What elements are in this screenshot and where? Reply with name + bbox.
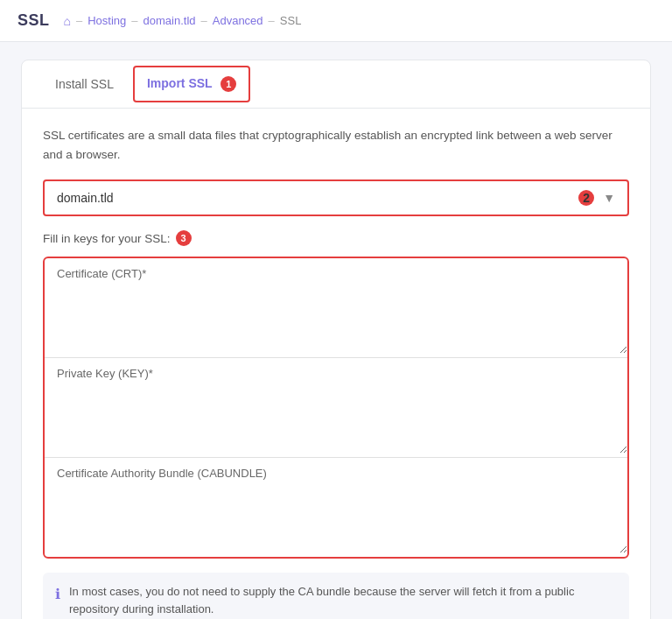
domain-dropdown[interactable]: domain.tld 2 ▼ — [43, 179, 629, 216]
breadcrumb-sep-1: – — [76, 14, 82, 27]
domain-badge: 2 — [578, 190, 594, 206]
certificate-field: Certificate (CRT)* — [45, 258, 627, 358]
fill-keys-label: Fill in keys for your SSL: 3 — [43, 230, 629, 246]
certificate-textarea[interactable] — [45, 284, 627, 354]
tab-bar: Install SSL Import SSL 1 — [22, 60, 650, 109]
tab-import-ssl[interactable]: Import SSL 1 — [133, 66, 250, 102]
ssl-keys-container: Certificate (CRT)* Private Key (KEY)* Ce… — [43, 257, 629, 559]
breadcrumb-sep-3: – — [201, 14, 207, 27]
breadcrumb-ssl: SSL — [280, 14, 302, 27]
certificate-label: Certificate (CRT)* — [45, 258, 627, 284]
info-icon: ℹ — [55, 584, 60, 605]
import-ssl-badge: 1 — [220, 76, 236, 92]
breadcrumb-advanced[interactable]: Advanced — [213, 14, 263, 27]
page-title: SSL — [18, 11, 50, 30]
private-key-field: Private Key (KEY)* — [45, 358, 627, 458]
main-content: Install SSL Import SSL 1 SSL certificate… — [0, 42, 672, 619]
fill-badge: 3 — [176, 230, 192, 246]
private-key-label: Private Key (KEY)* — [45, 358, 627, 383]
ssl-description: SSL certificates are a small data files … — [43, 126, 629, 164]
card-body: SSL certificates are a small data files … — [22, 109, 650, 619]
private-key-textarea[interactable] — [45, 383, 627, 454]
breadcrumb-hosting[interactable]: Hosting — [88, 14, 126, 27]
breadcrumb-domain[interactable]: domain.tld — [144, 14, 196, 27]
breadcrumb-sep-2: – — [131, 14, 137, 27]
cabundle-textarea[interactable] — [45, 483, 627, 553]
home-icon[interactable]: ⌂ — [64, 14, 71, 28]
info-note-text: In most cases, you do not need to supply… — [69, 583, 617, 617]
cabundle-field: Certificate Authority Bundle (CABUNDLE) — [45, 458, 627, 557]
info-note: ℹ In most cases, you do not need to supp… — [43, 573, 629, 619]
tab-install-ssl[interactable]: Install SSL — [39, 65, 130, 105]
ssl-card: Install SSL Import SSL 1 SSL certificate… — [21, 60, 651, 619]
breadcrumb: ⌂ – Hosting – domain.tld – Advanced – SS… — [64, 14, 302, 28]
page-header: SSL ⌂ – Hosting – domain.tld – Advanced … — [0, 0, 672, 42]
breadcrumb-sep-4: – — [269, 14, 275, 27]
cabundle-label: Certificate Authority Bundle (CABUNDLE) — [45, 458, 627, 483]
chevron-down-icon: ▼ — [603, 191, 615, 205]
domain-value: domain.tld — [57, 191, 114, 205]
domain-select-wrapper: domain.tld 2 ▼ — [43, 179, 629, 216]
